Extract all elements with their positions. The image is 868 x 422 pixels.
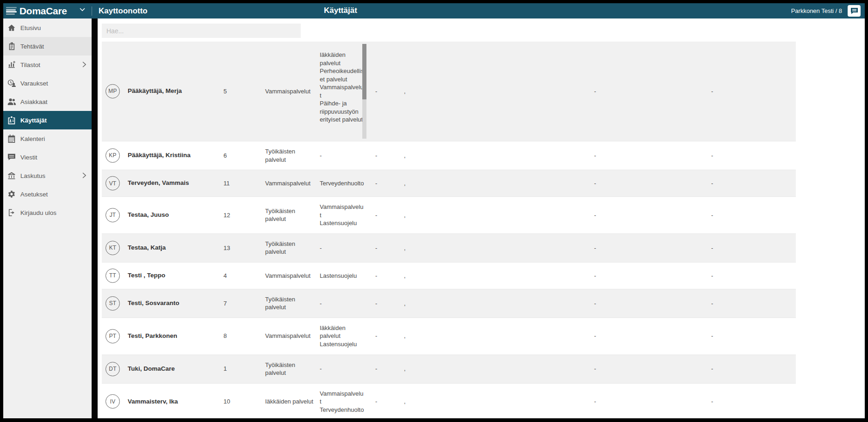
home-icon: [7, 23, 16, 32]
col-dash-2: -: [594, 332, 711, 340]
table-row[interactable]: ST Testi, Sosvaranto 7 Työikäisten palve…: [102, 289, 796, 318]
service-types-list: VammaispalvelutTerveydenhuolto: [320, 390, 375, 414]
billing-icon: [7, 171, 16, 180]
service-area: Työikäisten palvelut: [265, 147, 320, 164]
table-row[interactable]: KT Testaa, Katja 13 Työikäisten palvelut…: [102, 234, 796, 263]
clients-icon: [7, 97, 16, 106]
avatar: ST: [105, 296, 120, 311]
col-comma: ,: [404, 211, 594, 220]
col-comma: ,: [404, 365, 594, 373]
col-dash-1: -: [375, 332, 404, 340]
col-comma: ,: [404, 398, 594, 406]
sidebar-item-kirjaudu-ulos[interactable]: Kirjaudu ulos: [3, 203, 92, 222]
brand-menu[interactable]: DomaCare: [3, 3, 92, 18]
col-comma: ,: [404, 272, 594, 280]
user-name: Testi, Parkkonen: [128, 332, 223, 340]
sidebar-item-etusivu[interactable]: Etusivu: [3, 18, 92, 37]
user-number: 6: [223, 152, 265, 160]
user-name: Pääkäyttäjä, Kristiina: [128, 151, 223, 159]
sidebar-item-varaukset[interactable]: Varaukset: [3, 74, 92, 92]
stats-icon: [7, 60, 16, 69]
sidebar-item-tehtavat[interactable]: Tehtävät: [3, 37, 92, 55]
col-dash-1: -: [375, 272, 404, 280]
col-dash-2: -: [594, 211, 711, 220]
sidebar-item-viestit[interactable]: Viestit: [3, 148, 92, 166]
user-number: 8: [223, 332, 265, 340]
col-dash-1: -: [375, 300, 404, 308]
table-row[interactable]: JT Testaa, Juuso 12 Työikäisten palvelut…: [102, 197, 796, 234]
sidebar-item-kayttajat[interactable]: Käyttäjät: [3, 111, 92, 129]
table-row[interactable]: MP Pääkäyttäjä, Merja 5 Vammaispalvelut …: [102, 42, 796, 141]
sidebar-item-tilastot[interactable]: Tilastot: [3, 55, 92, 74]
service-area: Vammaispalvelut: [265, 272, 320, 280]
users-icon: [7, 116, 16, 125]
user-name: Testaa, Katja: [128, 244, 223, 252]
service-types-list: -: [320, 152, 375, 160]
service-types-list: VammaispalvelutLastensuojelu: [320, 203, 375, 227]
user-name: Testaa, Juuso: [128, 211, 223, 219]
chat-button[interactable]: [848, 5, 861, 17]
reservations-icon: [7, 79, 16, 88]
table-row[interactable]: KP Pääkäyttäjä, Kristiina 6 Työikäisten …: [102, 141, 796, 170]
col-dash-1: -: [375, 244, 404, 252]
module-title: Kayttoonotto: [99, 6, 148, 16]
service-area: Vammaispalvelut: [265, 332, 320, 340]
col-dash-2: -: [594, 300, 711, 308]
service-area: Työikäisten palvelut: [265, 207, 320, 223]
col-dash-1: -: [375, 87, 404, 96]
col-dash-1: -: [375, 152, 404, 160]
services-scrollbar-thumb[interactable]: [362, 44, 366, 99]
service-area: Työikäisten palvelut: [265, 240, 320, 256]
user-name: Terveyden, Vammais: [128, 179, 223, 187]
col-dash-3: -: [711, 398, 796, 406]
col-comma: ,: [404, 87, 594, 96]
user-name: Testi, Sosvaranto: [128, 299, 223, 307]
chevron-down-icon[interactable]: [80, 8, 85, 12]
sidebar-item-asetukset[interactable]: Asetukset: [3, 185, 92, 203]
sidebar-nav: Etusivu Tehtävät Tilastot: [3, 18, 92, 418]
col-dash-1: -: [375, 398, 404, 406]
col-dash-3: -: [711, 211, 796, 220]
chevron-right-icon: [82, 172, 86, 178]
user-name: Vammaisterv, Ika: [128, 398, 223, 406]
settings-icon: [7, 190, 16, 199]
avatar: PT: [105, 329, 120, 343]
search-input[interactable]: [102, 24, 301, 38]
table-row[interactable]: VT Terveyden, Vammais 11 Vammaispalvelut…: [102, 170, 796, 197]
user-name: Tuki, DomaCare: [128, 365, 223, 373]
col-dash-2: -: [594, 179, 711, 188]
col-dash-2: -: [594, 272, 711, 280]
sidebar-item-asiakkaat[interactable]: Asiakkaat: [3, 92, 92, 111]
avatar: IV: [105, 394, 120, 409]
tasks-icon: [7, 42, 16, 51]
user-number: 1: [223, 365, 265, 373]
user-number: 10: [223, 398, 265, 406]
service-types-list: -: [320, 300, 375, 308]
user-number: 12: [223, 211, 265, 220]
service-types-list: Lastensuojelu: [320, 272, 375, 280]
user-number: 7: [223, 300, 265, 308]
user-number: 4: [223, 272, 265, 280]
sidebar-item-kalenteri[interactable]: Kalenteri: [3, 129, 92, 148]
col-dash-2: -: [594, 244, 711, 252]
table-row[interactable]: TT Testi , Teppo 4 Vammaispalvelut Laste…: [102, 263, 796, 289]
service-types-list: -: [320, 365, 375, 373]
services-scrollbar[interactable]: [362, 44, 366, 139]
avatar: VT: [105, 176, 120, 190]
col-comma: ,: [404, 244, 594, 252]
table-row[interactable]: IV Vammaisterv, Ika 10 Iäkkäiden palvelu…: [102, 384, 796, 418]
col-dash-3: -: [711, 87, 796, 96]
calendar-icon: [7, 134, 16, 143]
service-types-list: Iäkkäiden palvelutLastensuojelu: [320, 324, 375, 349]
col-dash-3: -: [711, 179, 796, 188]
avatar: TT: [105, 269, 120, 283]
table-row[interactable]: DT Tuki, DomaCare 1 Työikäisten palvelut…: [102, 355, 796, 384]
page-title: Käyttäjät: [324, 6, 357, 15]
col-dash-3: -: [711, 332, 796, 340]
table-row[interactable]: PT Testi, Parkkonen 8 Vammaispalvelut Iä…: [102, 318, 796, 355]
service-types-list: Terveydenhuolto: [320, 179, 375, 188]
avatar: KP: [105, 148, 120, 163]
avatar: MP: [105, 84, 120, 98]
users-table: MP Pääkäyttäjä, Merja 5 Vammaispalvelut …: [102, 42, 796, 418]
sidebar-item-laskutus[interactable]: Laskutus: [3, 166, 92, 185]
